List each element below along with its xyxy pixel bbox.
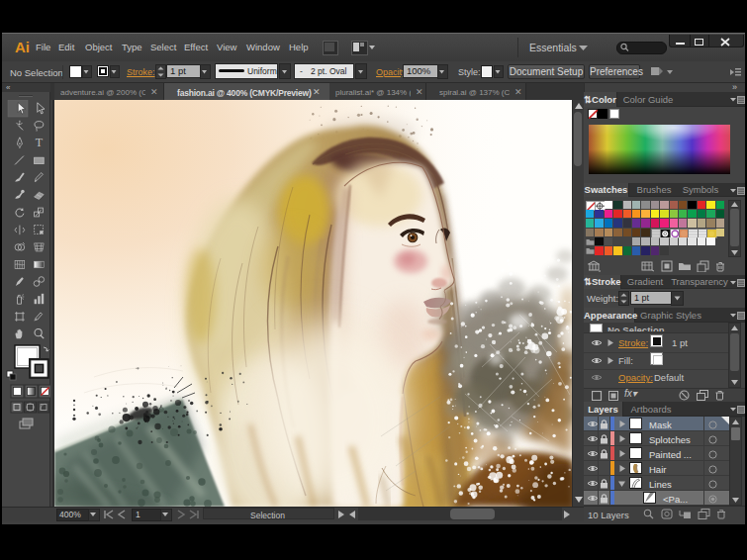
svg-text:T: T xyxy=(36,136,44,149)
